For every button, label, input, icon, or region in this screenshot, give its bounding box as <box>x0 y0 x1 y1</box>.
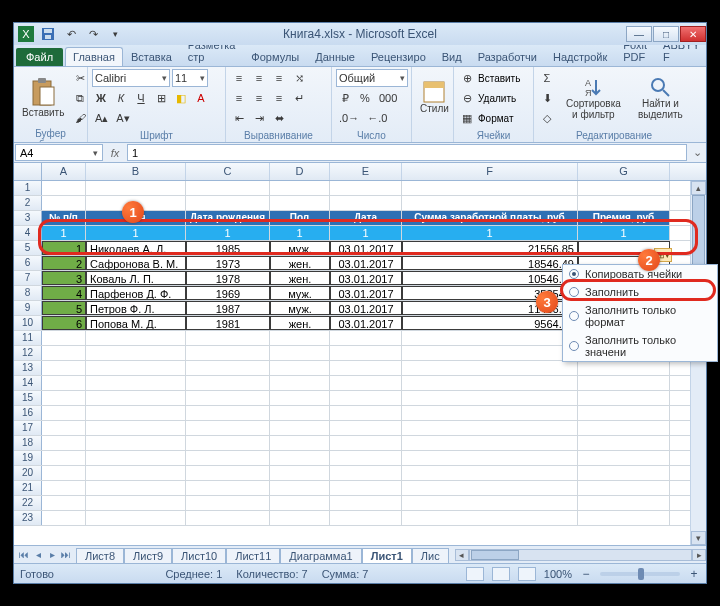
cell[interactable] <box>402 496 578 510</box>
tab-home[interactable]: Главная <box>65 47 123 66</box>
thousands-icon[interactable]: 000 <box>376 89 400 107</box>
cell[interactable]: 21556.85 <box>402 241 578 255</box>
cell[interactable]: Пол <box>270 211 330 225</box>
cell[interactable] <box>330 406 402 420</box>
cell[interactable] <box>270 496 330 510</box>
cell[interactable] <box>86 466 186 480</box>
cell[interactable] <box>86 376 186 390</box>
sheet-tab[interactable]: Лист9 <box>124 548 172 563</box>
cell[interactable] <box>330 196 402 210</box>
cell[interactable]: Имя <box>86 211 186 225</box>
cell[interactable] <box>578 406 670 420</box>
save-icon[interactable] <box>38 25 58 43</box>
cell[interactable] <box>270 331 330 345</box>
cell[interactable] <box>86 481 186 495</box>
cell[interactable]: 18546.49 <box>402 256 578 270</box>
cell[interactable]: 03.01.2017 <box>330 316 402 330</box>
cell[interactable] <box>402 511 578 525</box>
cell[interactable]: Петров Ф. Л. <box>86 301 186 315</box>
align-middle-icon[interactable]: ≡ <box>250 69 268 87</box>
cell[interactable] <box>42 436 86 450</box>
cell[interactable] <box>330 391 402 405</box>
sheet-tab[interactable]: Лист11 <box>226 548 280 563</box>
cell[interactable]: 1 <box>330 226 402 240</box>
cell[interactable] <box>42 181 86 195</box>
cell[interactable] <box>270 406 330 420</box>
cell[interactable] <box>402 466 578 480</box>
cell[interactable] <box>270 361 330 375</box>
cell[interactable] <box>402 421 578 435</box>
qat-dropdown-icon[interactable]: ▾ <box>106 25 124 43</box>
fx-icon[interactable]: fx <box>104 143 126 162</box>
cell[interactable] <box>86 451 186 465</box>
cell[interactable]: 1987 <box>186 301 270 315</box>
cell[interactable]: 03.01.2017 <box>330 301 402 315</box>
underline-button[interactable]: Ч <box>132 89 150 107</box>
cell[interactable] <box>578 421 670 435</box>
cell[interactable] <box>42 451 86 465</box>
col-header[interactable]: G <box>578 163 670 180</box>
file-tab[interactable]: Файл <box>16 48 63 66</box>
styles-button[interactable]: Стили <box>416 69 453 127</box>
scroll-right-icon[interactable]: ▸ <box>692 549 706 561</box>
cell[interactable] <box>270 181 330 195</box>
col-header[interactable]: A <box>42 163 86 180</box>
orientation-icon[interactable]: ⤭ <box>290 69 308 87</box>
copy-icon[interactable]: ⧉ <box>71 89 89 107</box>
tab-review[interactable]: Рецензиро <box>363 47 434 66</box>
cell[interactable]: жен. <box>270 256 330 270</box>
cell[interactable]: 4 <box>42 286 86 300</box>
zoom-in-icon[interactable]: + <box>688 567 700 581</box>
cell[interactable]: 11456.89 <box>402 301 578 315</box>
cell[interactable] <box>42 346 86 360</box>
cell[interactable]: 1969 <box>186 286 270 300</box>
zoom-slider[interactable] <box>600 572 680 576</box>
sheet-tab[interactable]: Лист1 <box>362 548 412 563</box>
page-break-view-icon[interactable] <box>518 567 536 581</box>
cell[interactable]: 35254.4 <box>402 286 578 300</box>
close-button[interactable]: ✕ <box>680 26 706 42</box>
cell[interactable]: 3 <box>42 271 86 285</box>
decrease-indent-icon[interactable]: ⇤ <box>230 109 248 127</box>
zoom-out-icon[interactable]: − <box>580 567 592 581</box>
cell[interactable]: 6 <box>42 316 86 330</box>
paste-button[interactable]: Вставить <box>18 69 68 127</box>
cell[interactable] <box>330 481 402 495</box>
ctx-fill-values-only[interactable]: Заполнить только значени <box>563 331 717 361</box>
insert-cells-icon[interactable]: ⊕ <box>458 69 476 87</box>
cell[interactable] <box>578 496 670 510</box>
cell[interactable] <box>330 496 402 510</box>
cell[interactable] <box>86 436 186 450</box>
cell[interactable] <box>330 511 402 525</box>
cell[interactable] <box>402 331 578 345</box>
align-right-icon[interactable]: ≡ <box>270 89 288 107</box>
cell[interactable]: 1978 <box>186 271 270 285</box>
row-header[interactable]: 9 <box>14 301 42 315</box>
cell[interactable] <box>186 331 270 345</box>
row-header[interactable]: 17 <box>14 421 42 435</box>
cell[interactable]: 1 <box>578 226 670 240</box>
cell[interactable]: 1 <box>86 226 186 240</box>
cell[interactable] <box>402 376 578 390</box>
percent-icon[interactable]: % <box>356 89 374 107</box>
cell[interactable]: Дата <box>330 211 402 225</box>
cell[interactable] <box>186 481 270 495</box>
find-select-button[interactable]: Найти и выделить <box>631 69 690 127</box>
cell[interactable] <box>42 511 86 525</box>
cell[interactable]: 5 <box>42 301 86 315</box>
cell[interactable]: 03.01.2017 <box>330 241 402 255</box>
cell[interactable] <box>578 451 670 465</box>
cell[interactable]: 10546.26 <box>402 271 578 285</box>
tab-data[interactable]: Данные <box>307 47 363 66</box>
tab-addins[interactable]: Надстройк <box>545 47 615 66</box>
cell[interactable] <box>578 181 670 195</box>
ctx-copy-cells[interactable]: Копировать ячейки <box>563 265 717 283</box>
cell[interactable] <box>270 481 330 495</box>
cell[interactable] <box>330 181 402 195</box>
cell[interactable] <box>86 406 186 420</box>
cell[interactable] <box>402 196 578 210</box>
col-header[interactable]: D <box>270 163 330 180</box>
cell[interactable] <box>42 391 86 405</box>
cell[interactable] <box>330 376 402 390</box>
cell[interactable] <box>270 451 330 465</box>
